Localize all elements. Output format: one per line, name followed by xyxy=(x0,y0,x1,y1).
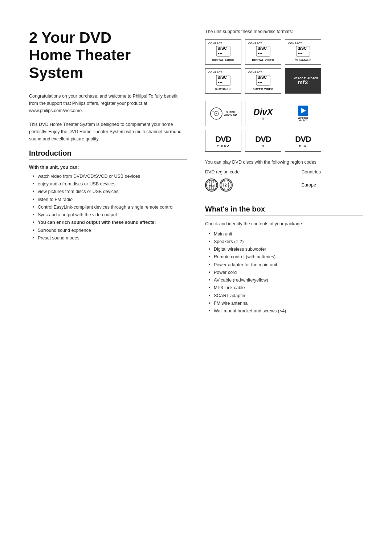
svg-text:diSC: diSC xyxy=(218,75,227,79)
cd-disc-icon5: diSC ●●● xyxy=(256,74,271,87)
cd-disc-icon3: diSC ●●● xyxy=(295,45,311,58)
list-item: watch video from DVD/VCD/SVCD or USB dev… xyxy=(33,173,187,180)
whats-in-box-heading: What's in the box xyxy=(205,205,363,216)
svg-text:●●●: ●●● xyxy=(258,81,262,83)
svg-text:●●●: ●●● xyxy=(218,81,222,83)
windows-media-icon xyxy=(298,106,308,116)
svg-text:2: 2 xyxy=(225,183,227,187)
box-intro: Check and identify the contents of your … xyxy=(205,221,363,227)
box-item: Speakers (× 2) xyxy=(209,238,363,246)
svg-text:diSC: diSC xyxy=(218,46,227,50)
box-items-list: Main unit Speakers (× 2) Digital wireles… xyxy=(205,230,363,315)
list-item: view pictures from discs or USB devices xyxy=(33,188,187,196)
box-item: Power cord xyxy=(209,269,363,276)
list-item: Sync audio output with the video output xyxy=(33,211,187,219)
region-all-badge: ALL xyxy=(205,178,218,192)
list-item: listen to FM radio xyxy=(33,196,187,204)
box-item: AV cable (red/white/yellow) xyxy=(209,276,363,284)
dvd-logo-grid: DVD VIDEO DVD R DVD R W xyxy=(205,130,363,152)
region-2-icon: 2 xyxy=(220,179,232,191)
svg-text:ALL: ALL xyxy=(209,184,215,187)
region-2-badge: 2 xyxy=(220,178,233,192)
cd-disc-icon: diSC ●●● xyxy=(216,45,231,58)
list-item: Surround sound exprience xyxy=(33,227,187,234)
media-logo-row2: SA SUPERAUDIO CD DivX ® WindowsMedia™ xyxy=(205,101,363,126)
cd-recordable-logo: COMPACT diSC ●●● Recordable xyxy=(285,39,321,65)
list-item: Preset sound modes xyxy=(33,234,187,242)
dvd-r-logo: DVD R xyxy=(245,130,281,152)
box-item: Main unit xyxy=(209,230,363,238)
intro-paragraph1: Congratulations on your purchase, and we… xyxy=(29,93,187,114)
cd-rewritable-logo: COMPACT diSC ●●● ReWritable xyxy=(205,68,241,94)
region-table: DVD region code Countries xyxy=(205,169,363,194)
whats-in-box-section: What's in the box Check and identify the… xyxy=(205,205,363,315)
mp3-playback-logo: MP3-CD PLAYBACK mf3 xyxy=(285,68,321,94)
cd-super-video-logo: COMPACT diSC ●●● SUPER VIDEO xyxy=(245,68,281,94)
list-item: You can enrich sound output with these s… xyxy=(33,219,187,226)
box-item: SCART adapter xyxy=(209,292,363,300)
svg-text:●●●: ●●● xyxy=(218,52,222,54)
divx-logo: DivX ® xyxy=(245,101,281,126)
box-item: Remote control (with batteries) xyxy=(209,253,363,261)
media-formats-title: The unit supports these media/disc forma… xyxy=(205,29,363,34)
box-item: Wall mount bracket and screws (×4) xyxy=(209,307,363,315)
dvd-rw-logo: DVD R W xyxy=(285,130,321,152)
region-row: ALL 2 xyxy=(205,176,363,194)
cd-digital-video-logo: COMPACT diSC ●●● DIGITAL VIDEO xyxy=(245,39,281,65)
cd-disc-icon4: diSC ●●● xyxy=(216,74,231,87)
introduction-heading: Introduction xyxy=(29,149,187,160)
box-item: Digital wireless subwoofer xyxy=(209,246,363,253)
cd-digital-audio-logo: COMPACT diSC ●●● DIGITAL AUDIO xyxy=(205,39,241,65)
region-country: Europe xyxy=(302,176,363,194)
svg-text:●●●: ●●● xyxy=(298,52,302,54)
countries-header: Countries xyxy=(302,169,363,176)
introduction-list: watch video from DVD/VCD/SVCD or USB dev… xyxy=(29,173,187,242)
svg-text:diSC: diSC xyxy=(298,46,307,50)
dvd-video-logo: DVD VIDEO xyxy=(205,130,241,152)
list-item: enjoy audio from discs or USB devices xyxy=(33,180,187,188)
sacd-icon: SA xyxy=(210,107,223,120)
box-item: Power adapter for the main unit xyxy=(209,261,363,269)
list-item: Control EasyLink-compliant devices throu… xyxy=(33,204,187,211)
svg-text:●●●: ●●● xyxy=(258,52,262,54)
media-logo-grid: COMPACT diSC ●●● DIGITAL AUDIO COMPACT d… xyxy=(205,39,363,94)
chapter-title: 2 Your DVD Home Theater System xyxy=(29,29,187,82)
windows-media-logo: WindowsMedia™ xyxy=(285,101,321,126)
box-item: FM wire antenna xyxy=(209,300,363,307)
cd-disc-icon2: diSC ●●● xyxy=(256,45,271,58)
box-item: MP3 Link cable xyxy=(209,284,363,292)
sacd-logo: SA SUPERAUDIO CD xyxy=(205,101,241,126)
region-all-icon: ALL xyxy=(206,179,217,191)
with-this-unit-subheading: With this unit, you can: xyxy=(29,165,187,170)
region-code-header: DVD region code xyxy=(205,169,302,176)
intro-paragraph2: This DVD Home Theater System is designed… xyxy=(29,121,187,143)
svg-text:diSC: diSC xyxy=(258,46,267,50)
svg-text:diSC: diSC xyxy=(258,75,267,79)
svg-point-17 xyxy=(216,113,217,114)
region-text: You can play DVD discs with the followin… xyxy=(205,159,363,166)
region-icons-cell: ALL 2 xyxy=(205,176,302,194)
svg-text:SA: SA xyxy=(211,110,214,112)
